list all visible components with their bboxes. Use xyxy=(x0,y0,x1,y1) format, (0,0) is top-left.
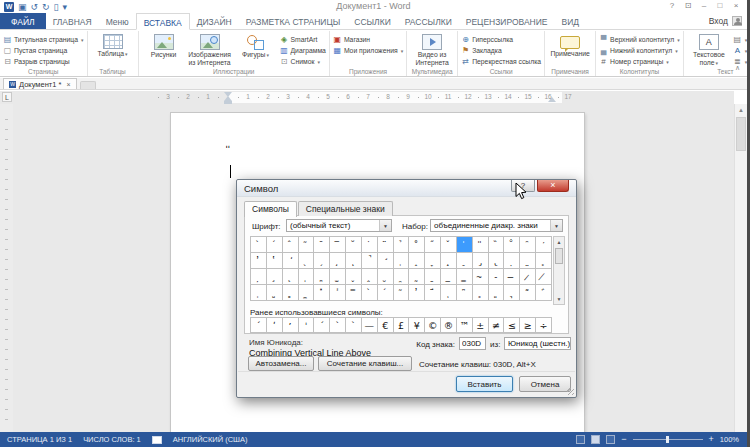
ribbon-tab[interactable]: РЕЦЕНЗИРОВАНИЕ xyxy=(459,13,555,29)
symbol-cell[interactable]: ̀ xyxy=(362,285,378,301)
ribbon-button[interactable]: ⊟Разрыв страницы xyxy=(3,56,84,67)
symbol-cell[interactable]: ̯ xyxy=(394,269,410,285)
collapse-ribbon-icon[interactable]: ∧ xyxy=(735,64,740,435)
symbol-cell[interactable]: ̬ xyxy=(346,269,362,285)
ribbon-button[interactable]: ⊡Снимок▾ xyxy=(280,56,326,67)
close-tab-icon[interactable]: × xyxy=(66,81,70,88)
recent-symbol-cell[interactable]: ™ xyxy=(457,318,473,333)
symbol-cell[interactable]: ͈ xyxy=(489,285,505,301)
symbol-cell[interactable]: ̹ xyxy=(251,285,267,301)
read-mode-button[interactable] xyxy=(576,435,585,444)
symbol-cell[interactable]: ̟ xyxy=(441,253,457,269)
subset-select[interactable]: объединенные диакр. знаки ▼ xyxy=(430,219,563,232)
recent-symbol-cell[interactable]: ˊ xyxy=(314,318,330,333)
symbol-cell[interactable]: ͋ xyxy=(536,285,552,301)
recent-symbol-cell[interactable]: — xyxy=(362,318,378,333)
chevron-down-icon[interactable]: ▼ xyxy=(550,220,562,231)
char-code-input[interactable] xyxy=(459,337,486,350)
ribbon-button[interactable]: А▾ xyxy=(733,45,747,56)
symbol-cell[interactable]: ̕ xyxy=(283,253,299,269)
ribbon-button[interactable]: ▣Магазин xyxy=(333,34,403,45)
symbol-cell[interactable]: ̜ xyxy=(394,253,410,269)
tab-special-characters[interactable]: Специальные знаки xyxy=(298,201,393,216)
symbol-cell[interactable]: ̇ xyxy=(362,237,378,253)
ribbon-button[interactable]: Видео из Интернета xyxy=(410,33,454,67)
symbol-cell[interactable]: ̴ xyxy=(473,269,489,285)
help-button[interactable]: ? xyxy=(664,0,680,11)
ribbon-button[interactable]: Изображения из Интернета xyxy=(188,33,232,67)
zoom-level[interactable]: 100% xyxy=(720,435,739,444)
from-select[interactable]: Юникод (шестн.) ▼ xyxy=(504,337,571,350)
ribbon-tab[interactable]: РАЗМЕТКА СТРАНИЦЫ xyxy=(239,13,348,29)
symbol-cell[interactable]: ̚ xyxy=(362,253,378,269)
ribbon-button[interactable]: ▤▾ xyxy=(733,34,747,45)
symbol-cell[interactable]: ̐ xyxy=(504,237,520,253)
insert-button[interactable]: Вставить xyxy=(456,376,513,392)
recent-symbol-cell[interactable]: ʼ xyxy=(283,318,299,333)
dialog-close-button[interactable]: × xyxy=(537,180,569,192)
recent-symbol-cell[interactable]: ´ xyxy=(251,318,267,333)
symbol-cell[interactable]: ͇ xyxy=(473,285,489,301)
recent-symbol-cell[interactable]: ≤ xyxy=(504,318,520,333)
ribbon-button[interactable]: ▦Мои приложения▾ xyxy=(333,45,403,56)
minimize-button[interactable]: – xyxy=(696,0,712,11)
symbol-cell[interactable]: ̶ xyxy=(504,269,520,285)
symbol-cell[interactable]: ̵ xyxy=(489,269,505,285)
chevron-down-icon[interactable]: ▼ xyxy=(570,338,571,349)
document-tab[interactable]: W Документ1 * × xyxy=(3,78,77,89)
language-indicator[interactable]: АНГЛИЙСКИЙ (США) xyxy=(173,435,248,444)
grid-scrollbar-thumb[interactable] xyxy=(555,248,563,264)
recent-symbol-cell[interactable]: ≥ xyxy=(520,318,536,333)
symbol-cell[interactable]: ͆ xyxy=(457,285,473,301)
recent-symbol-cell[interactable]: ¥ xyxy=(409,318,425,333)
recent-symbol-cell[interactable]: ˈ xyxy=(299,318,315,333)
recent-symbol-cell[interactable]: ` xyxy=(346,318,362,333)
recent-symbol-cell[interactable]: ± xyxy=(473,318,489,333)
symbol-cell[interactable]: ͂ xyxy=(394,285,410,301)
ribbon-options-button[interactable]: ⊡ xyxy=(680,0,696,11)
symbol-cell[interactable]: ̆ xyxy=(346,237,362,253)
symbol-cell[interactable]: ̔ xyxy=(267,253,283,269)
symbol-cell[interactable]: ̪ xyxy=(314,269,330,285)
symbol-cell[interactable]: ̢ xyxy=(489,253,505,269)
ribbon-button[interactable]: Фигуры▾ xyxy=(234,33,278,59)
print-layout-button[interactable] xyxy=(591,435,600,444)
symbol-cell[interactable]: ̅ xyxy=(330,237,346,253)
symbol-cell[interactable]: ̿ xyxy=(346,285,362,301)
ribbon-tab[interactable]: ВИД xyxy=(555,13,587,29)
symbol-cell[interactable]: ̋ xyxy=(425,237,441,253)
chevron-down-icon[interactable]: ▼ xyxy=(379,220,391,231)
symbol-cell[interactable]: ̭ xyxy=(362,269,378,285)
symbol-cell[interactable]: ̝ xyxy=(409,253,425,269)
symbol-cell[interactable]: ̍ xyxy=(457,237,473,253)
ribbon-button[interactable]: ▀Верхний колонтитул▾ xyxy=(599,34,680,45)
symbol-cell[interactable]: ̙ xyxy=(346,253,362,269)
symbol-cell[interactable]: ̮ xyxy=(378,269,394,285)
symbol-cell[interactable]: ̈ xyxy=(378,237,394,253)
symbol-cell[interactable]: ̂ xyxy=(283,237,299,253)
symbol-cell[interactable]: ̻ xyxy=(283,285,299,301)
symbol-cell[interactable]: ̖ xyxy=(299,253,315,269)
symbol-cell[interactable]: ̗ xyxy=(314,253,330,269)
symbol-cell[interactable]: ̏ xyxy=(489,237,505,253)
zoom-slider[interactable] xyxy=(633,439,703,440)
recent-symbol-cell[interactable]: ® xyxy=(441,318,457,333)
symbol-cell[interactable]: ̷ xyxy=(520,269,536,285)
symbol-cell[interactable]: ̀ xyxy=(251,237,267,253)
page-indicator[interactable]: СТРАНИЦА 1 ИЗ 1 xyxy=(7,435,72,444)
symbol-cell[interactable]: ̧ xyxy=(267,269,283,285)
symbol-cell[interactable]: ̉ xyxy=(394,237,410,253)
ribbon-tab[interactable]: ССЫЛКИ xyxy=(347,13,397,29)
proofing-icon[interactable] xyxy=(152,436,162,444)
recent-symbol-cell[interactable]: ≠ xyxy=(489,318,505,333)
ribbon-button[interactable]: Примечание xyxy=(548,33,592,58)
close-button[interactable]: × xyxy=(728,0,744,11)
cancel-button[interactable]: Отмена xyxy=(519,376,571,392)
ribbon-button[interactable]: ▤Титульная страница▾ xyxy=(3,34,84,45)
new-tab-button[interactable] xyxy=(80,81,96,89)
ribbon-button[interactable]: ▥Диаграмма xyxy=(280,45,326,56)
symbol-cell[interactable]: ̨ xyxy=(283,269,299,285)
symbol-cell[interactable]: ͊ xyxy=(520,285,536,301)
ribbon-button[interactable]: ⇄Перекрестная ссылка xyxy=(461,56,541,67)
ribbon-tab[interactable]: ВСТАВКА xyxy=(136,13,190,30)
